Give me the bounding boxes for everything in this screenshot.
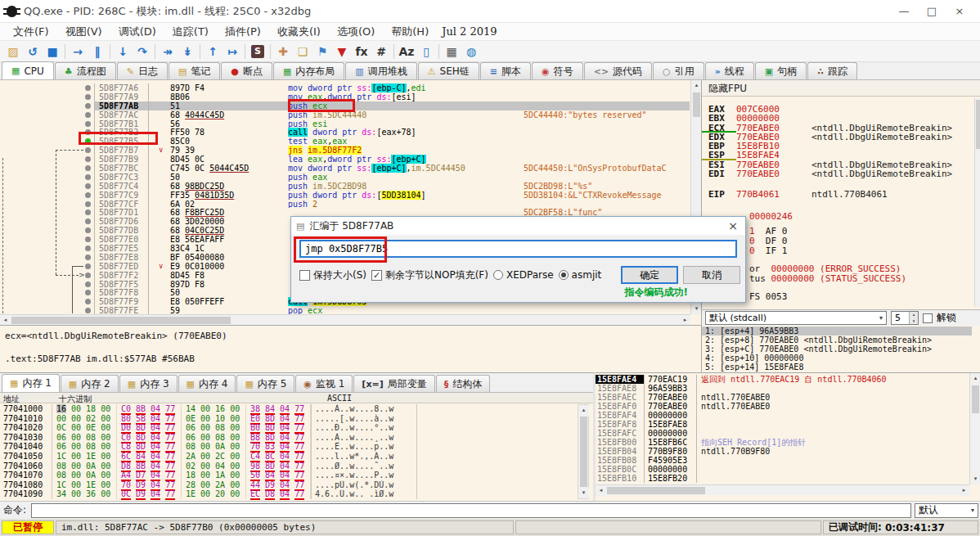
stack-row[interactable]: 15E8FAE4770EAC19返回到 ntdll.770EAC19 自 ntd… (596, 375, 969, 384)
open-file-button[interactable]: ▨ (3, 43, 23, 61)
breakpoint-dot[interactable] (85, 209, 91, 215)
step-into-source-button[interactable]: ↡ (178, 43, 197, 61)
scroll-up-icon[interactable]: ▴ (970, 373, 980, 384)
step-out-button[interactable]: ↑ (203, 43, 223, 61)
ok-button[interactable]: 确定 (621, 266, 678, 284)
stack-row[interactable]: 15E8FAF0770EABE0ntdll.770EABE0 (596, 402, 969, 411)
pause-button[interactable]: ‖ (88, 43, 107, 61)
breakpoint-dot[interactable] (85, 94, 91, 100)
breakpoint-dot-enabled[interactable] (85, 138, 91, 144)
dialog-titlebar[interactable]: ▤ 汇编于 5D8F77AB × (291, 217, 745, 235)
memory-row[interactable]: 7704104006000800C88D047708000A0070830477… (0, 442, 417, 452)
command-input[interactable] (31, 503, 911, 518)
asmjit-radio-selected[interactable] (559, 270, 569, 280)
run-button[interactable]: → (68, 43, 88, 61)
scroll-right-icon[interactable]: ▸ (680, 315, 690, 325)
breakpoint-dot[interactable] (85, 165, 91, 171)
scroll-thumb[interactable] (580, 417, 587, 487)
keep-size-option[interactable]: 保持大小(S) (299, 268, 366, 282)
breakpoint-dot[interactable] (85, 192, 91, 198)
patches-button[interactable]: ✚ (273, 43, 293, 61)
minimize-button[interactable]: — (890, 5, 918, 17)
memory-row[interactable]: 770410200C000E00D08D047706000800B08D0477… (0, 423, 417, 433)
memory-row[interactable]: 7704107008000A00A4D7047718001A0050840477… (0, 471, 417, 480)
stack-vscrollbar[interactable]: ▴ ▾ (969, 373, 980, 484)
disasm-row[interactable]: 5D8F77B7∨79 39jns im.5D8F77F2 (0, 146, 690, 155)
scroll-thumb[interactable] (11, 317, 231, 324)
preferences-globe-button[interactable]: ◍ (461, 43, 481, 61)
script-debug-button[interactable]: S (248, 43, 267, 61)
tab-trace[interactable]: ∴跟踪 (807, 62, 857, 79)
stack-arg-row[interactable]: 5: [esp+14] 15E8FAE8 (702, 363, 972, 372)
step-over-button[interactable]: ↷ (133, 43, 152, 61)
disasm-row[interactable]: 5D8F77CF6A 02push 2 (0, 200, 690, 209)
tab-dump-2[interactable]: ▦内存 2 (61, 375, 119, 392)
assemble-instruction-input[interactable] (299, 240, 737, 258)
bookmarks-button[interactable]: ▼ (332, 43, 352, 61)
strings-button[interactable]: Az (397, 43, 416, 61)
tab-dump-1[interactable]: ▦内存 1 (2, 374, 60, 392)
tab-locals[interactable]: [x=]局部变量 (353, 375, 434, 392)
step-into-button[interactable]: ↓ (113, 43, 133, 61)
tab-struct[interactable]: §结构体 (436, 375, 491, 392)
breakpoint-dot[interactable] (85, 121, 91, 127)
dialog-close-icon[interactable]: × (726, 219, 740, 232)
stack-row[interactable]: 15E8FAF400000000 (596, 411, 969, 420)
breakpoint-dot[interactable] (85, 174, 91, 180)
breakpoint-dot[interactable] (85, 263, 91, 269)
breakpoint-dot[interactable] (85, 112, 91, 118)
menu-item[interactable]: 视图(V) (57, 23, 110, 41)
breakpoint-dot[interactable] (85, 103, 91, 109)
stack-row[interactable]: 15E8FAFC00000000 (596, 429, 969, 438)
disasm-row[interactable]: 5D8F77B2FF50 78call dword ptr ds:[eax+78… (0, 128, 690, 137)
breakpoint-dot[interactable] (85, 236, 91, 242)
scroll-left-icon[interactable]: ◂ (596, 485, 606, 496)
scroll-up-icon[interactable]: ▴ (578, 405, 589, 416)
scroll-down-icon[interactable]: ▾ (970, 474, 980, 484)
memory-row[interactable]: 7704103006000800C08D047706000800B88D0477… (0, 433, 417, 443)
scroll-thumb[interactable] (607, 487, 705, 494)
scroll-left-icon[interactable]: ◂ (0, 315, 11, 325)
tab-cpu[interactable]: ▦CPU (2, 61, 54, 79)
tab-graph[interactable]: ♣流程图 (55, 62, 116, 79)
stack-arg-row[interactable]: 4: [esp+10] 00000000 (702, 354, 972, 363)
stack-row[interactable]: 15E8FAE896A59BB3 (596, 384, 969, 393)
tab-watch-1[interactable]: ◉监视 1 (295, 375, 353, 392)
disasm-row[interactable]: 5D8F77C350push eax (0, 173, 690, 182)
tab-notes[interactable]: ▤笔记 (169, 62, 220, 79)
stack-row[interactable]: 15E8FB0C00000000 (596, 465, 969, 474)
menu-item[interactable]: 插件(P) (217, 23, 269, 41)
modules-button[interactable]: ▯ (416, 43, 436, 61)
breakpoint-dot[interactable] (85, 85, 91, 91)
breakpoint-dot[interactable] (85, 245, 91, 251)
menu-item[interactable]: 帮助(H) (383, 23, 437, 41)
disasm-row[interactable]: 5D8F77AC68 4044C45Dpush im.5DC444405DC44… (0, 110, 690, 119)
memory-row[interactable]: 7704100016001800C08B04771400160038840477… (0, 404, 417, 414)
stack-row[interactable]: 15E8FB08F45905E3 (596, 456, 969, 465)
calling-convention-select[interactable]: 默认 (stdcall) ▾ (705, 311, 887, 325)
nop-fill-checkbox-checked[interactable]: ✓ (371, 270, 382, 281)
menu-item[interactable]: 选项(O) (329, 23, 383, 41)
stack-hscrollbar[interactable]: ◂ ▸ (596, 484, 969, 495)
stack-arg-row[interactable]: 3: [esp+C] 770EABE0 <ntdll.DbgUiRemoteBr… (702, 345, 972, 354)
menu-item[interactable]: 追踪(T) (164, 23, 217, 41)
breakpoint-dot[interactable] (85, 147, 91, 153)
tab-seh-chain[interactable]: ⚠SEH链 (418, 62, 479, 79)
scroll-thumb[interactable] (972, 385, 979, 413)
stack-row[interactable]: 15E8FB0015E8FB6C指向SEH_Record[1]的指针 (596, 438, 969, 447)
disasm-row[interactable]: 5D8F77B585C0test eax,eax (0, 137, 690, 146)
register-row[interactable]: EDI770EABE0<ntdll.DbgUiRemoteBreakin> (702, 169, 972, 178)
memory-vscrollbar[interactable]: ▴ ▾ (578, 404, 589, 499)
breakpoint-dot[interactable] (85, 156, 91, 162)
registers-vscrollbar[interactable] (974, 98, 980, 307)
breakpoint-dot[interactable] (85, 308, 91, 313)
tab-log[interactable]: ✎日志 (117, 62, 168, 79)
tab-breakpoints[interactable]: ●断点 (221, 62, 272, 79)
hide-fpu-button[interactable]: 隐藏FPU (702, 80, 980, 97)
nop-fill-option[interactable]: ✓ 剩余字节以NOP填充(F) (371, 268, 488, 282)
run-to-cursor-button[interactable]: ↠ (158, 43, 178, 61)
tab-script[interactable]: ≡脚本 (480, 62, 531, 79)
hash-check-button[interactable]: # (371, 43, 391, 61)
memory-row[interactable]: 770410501C001E006C8404772A002C00C48C0477… (0, 452, 417, 462)
register-row[interactable]: EIP770B4061ntdll.770B4061 (702, 190, 972, 199)
